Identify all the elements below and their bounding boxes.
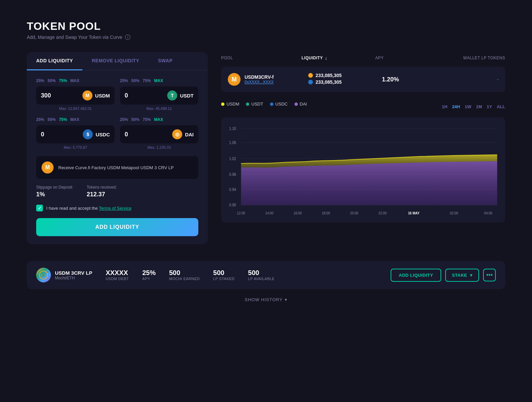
usdm-input-group: 25% 50% 75% MAX M USDM xyxy=(36,78,115,111)
dai-max-text: Max: 1,235.33 xyxy=(120,145,198,149)
usdc-max-text: Max: 5,775.87 xyxy=(36,145,115,149)
svg-text:12:00: 12:00 xyxy=(237,211,245,215)
usdc-icon: $ xyxy=(83,129,93,139)
legend-dot-usdm xyxy=(221,103,224,106)
apy-value: 25% xyxy=(142,269,156,277)
legend-label-usdm: USDM xyxy=(226,102,239,107)
stat-mochi: 500 MOCHI EARNED xyxy=(169,269,200,281)
usdm-pct-25[interactable]: 25% xyxy=(36,78,44,83)
svg-text:18:00: 18:00 xyxy=(322,211,330,215)
card-body: 25% 50% 75% MAX M USDM xyxy=(27,70,208,244)
show-history-text: SHOW HISTORY xyxy=(245,297,282,302)
usdm-pct-max[interactable]: MAX xyxy=(70,78,79,83)
usdm-symbol: USDM xyxy=(95,93,110,98)
svg-text:1.06: 1.06 xyxy=(229,140,236,145)
stat-lp-available: 500 LP AVAILABLE xyxy=(248,269,274,281)
lp-available-label: LP AVAILABLE xyxy=(248,277,274,281)
slippage-label: Slippage on Deposit: xyxy=(36,185,73,190)
svg-text:16 MAY: 16 MAY xyxy=(408,211,419,215)
terms-link[interactable]: Terms of Service xyxy=(99,206,131,211)
usdc-input-group: 25% 50% 75% MAX $ USDC xyxy=(36,117,115,149)
slippage-value: 1% xyxy=(36,191,73,198)
add-liquidity-button[interactable]: ADD LIQUIDITY xyxy=(36,218,198,236)
usdm-debt-value: XXXXX xyxy=(106,269,129,277)
dai-pct-50[interactable]: 50% xyxy=(131,117,139,122)
pool-address[interactable]: 0xXXXX...XXXX xyxy=(245,80,274,84)
svg-text:20:00: 20:00 xyxy=(350,211,358,215)
tab-add-liquidity[interactable]: ADD LIQUIDITY xyxy=(27,52,82,70)
left-panel: ADD LIQUIDITY REMOVE LIQUIDITY SWAP 25% … xyxy=(27,52,208,244)
chart-section: USDM USDT USDC DAI xyxy=(221,102,505,222)
time-all[interactable]: ALL xyxy=(497,104,505,109)
usdm-max-text: Max: 12,847,482.01 xyxy=(36,107,115,111)
legend-usdt: USDT xyxy=(246,102,263,107)
show-history[interactable]: SHOW HISTORY ▾ xyxy=(27,289,505,306)
usdt-input[interactable] xyxy=(125,92,151,99)
svg-point-22 xyxy=(42,274,45,276)
time-buttons: 1H 24H 1W 1M 1Y ALL xyxy=(442,104,505,109)
time-1h[interactable]: 1H xyxy=(442,104,448,109)
usdt-pct-25[interactable]: 25% xyxy=(120,78,128,83)
bottom-add-liquidity-button[interactable]: ADD LIQUIDITY xyxy=(391,269,441,282)
dai-pct-buttons: 25% 50% 75% MAX xyxy=(120,117,198,122)
slippage-row: Slippage on Deposit: 1% Tokens received:… xyxy=(36,185,198,198)
liq-value-2: 233,085,305 xyxy=(316,79,342,85)
time-1y[interactable]: 1Y xyxy=(487,104,492,109)
usdm-token-label: M USDM xyxy=(82,90,110,100)
dai-pct-25[interactable]: 25% xyxy=(120,117,128,122)
svg-text:1.02: 1.02 xyxy=(229,156,236,161)
dai-symbol: DAI xyxy=(185,132,194,137)
stat-lp-staked: 500 LP STAKED xyxy=(213,269,235,281)
pool-name-bottom: USDM 3CRV LP xyxy=(55,270,92,276)
bottom-bar: USDM 3CRV LP Mochi/ETH XXXXX USDM DEBT 2… xyxy=(27,261,505,289)
liq-dot-usdc xyxy=(308,80,313,84)
tab-remove-liquidity[interactable]: REMOVE LIQUIDITY xyxy=(82,52,149,70)
time-24h[interactable]: 24H xyxy=(452,104,460,109)
usdc-input-box: $ USDC xyxy=(36,125,115,143)
receive-text: Receive Curve.fi Factory USDM Metapool U… xyxy=(58,165,174,170)
tab-bar: ADD LIQUIDITY REMOVE LIQUIDITY SWAP xyxy=(27,52,208,70)
tokens-received-item: Tokens received: 212.37 xyxy=(87,185,117,198)
usdm-pct-75[interactable]: 75% xyxy=(59,78,67,83)
page-subtitle: Add, Manage and Swap Your Token via Curv… xyxy=(27,35,505,40)
svg-text:14:00: 14:00 xyxy=(265,211,274,215)
more-options-button[interactable]: ••• xyxy=(483,269,496,281)
usdm-input[interactable] xyxy=(41,92,68,99)
col-header-liquidity[interactable]: LIQUIDITY ↓ xyxy=(302,55,375,61)
lp-staked-label: LP STAKED xyxy=(213,277,235,281)
slippage-item: Slippage on Deposit: 1% xyxy=(36,185,73,198)
tokens-received-value: 212.37 xyxy=(87,191,117,198)
stat-apy: 25% APY xyxy=(142,269,156,281)
info-icon[interactable]: i xyxy=(125,35,130,40)
pool-logo-icon xyxy=(36,268,51,282)
col-header-pool: POOL xyxy=(221,56,302,60)
mochi-value: 500 xyxy=(169,269,200,277)
bottom-stake-button[interactable]: STAKE ▾ xyxy=(445,269,479,282)
usdc-pct-50[interactable]: 50% xyxy=(48,117,56,122)
usdm-pct-50[interactable]: 50% xyxy=(48,78,56,83)
svg-text:16:00: 16:00 xyxy=(293,211,302,215)
usdc-input[interactable] xyxy=(41,131,68,138)
lp-available-value: 500 xyxy=(248,269,274,277)
usdt-pct-50[interactable]: 50% xyxy=(131,78,139,83)
svg-text:1.10: 1.10 xyxy=(229,126,236,131)
dai-pct-75[interactable]: 75% xyxy=(143,117,151,122)
tab-swap[interactable]: SWAP xyxy=(149,52,182,70)
usdt-pct-75[interactable]: 75% xyxy=(143,78,151,83)
usdc-pct-max[interactable]: MAX xyxy=(70,117,79,122)
usdc-pct-25[interactable]: 25% xyxy=(36,117,44,122)
terms-checkbox[interactable] xyxy=(36,205,43,211)
usdt-pct-max[interactable]: MAX xyxy=(154,78,163,83)
dai-pct-max[interactable]: MAX xyxy=(154,117,163,122)
liq-row-2: 233,085,305 xyxy=(308,79,382,85)
time-1w[interactable]: 1W xyxy=(465,104,471,109)
token-row-1: 25% 50% 75% MAX M USDM xyxy=(36,78,198,111)
usdm-debt-label: USDM DEBT xyxy=(106,277,129,281)
usdc-pct-75[interactable]: 75% xyxy=(59,117,67,122)
dai-input-box: ◎ DAI xyxy=(120,125,198,143)
dai-input[interactable] xyxy=(125,131,151,138)
usdm-icon: M xyxy=(82,90,92,100)
receive-section: M Receive Curve.fi Factory USDM Metapool… xyxy=(36,156,198,179)
legend-dot-usdt xyxy=(246,103,249,106)
time-1m[interactable]: 1M xyxy=(476,104,482,109)
